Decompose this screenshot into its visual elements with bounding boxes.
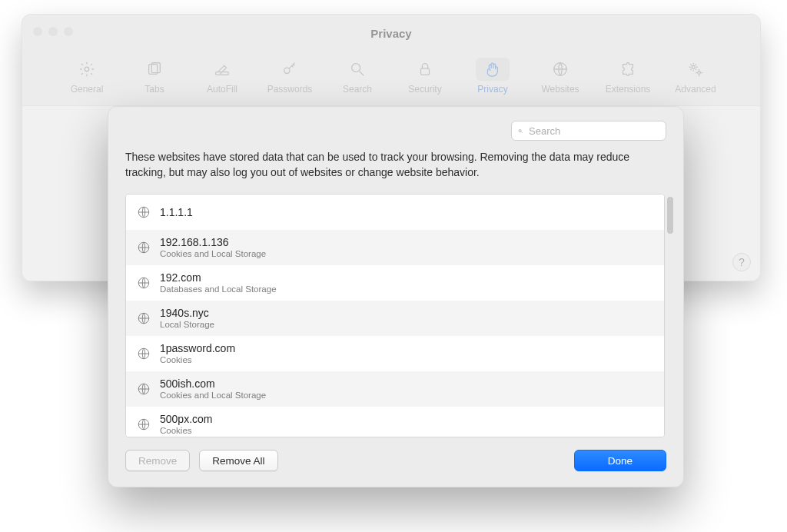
globe-icon — [137, 347, 151, 361]
svg-rect-7 — [421, 68, 430, 75]
globe-icon — [137, 276, 151, 290]
remove-button[interactable]: Remove — [125, 450, 190, 471]
globe-icon — [137, 205, 151, 219]
list-item[interactable]: 500px.comCookies — [126, 407, 664, 437]
site-detail: Cookies and Local Storage — [160, 391, 266, 401]
site-domain: 1password.com — [160, 342, 235, 355]
svg-line-6 — [360, 71, 364, 76]
globe-icon — [137, 241, 151, 254]
globe-icon — [137, 311, 151, 325]
tab-extensions[interactable]: Extensions — [605, 58, 651, 95]
geargear-icon — [679, 58, 712, 81]
site-domain: 500ish.com — [160, 377, 266, 391]
svg-point-5 — [352, 64, 360, 72]
tabs-icon — [138, 58, 171, 81]
tab-label: Passwords — [267, 84, 313, 95]
site-detail: Local Storage — [160, 320, 214, 331]
tab-security[interactable]: Security — [402, 58, 448, 95]
tab-label: Extensions — [606, 84, 651, 95]
list-item[interactable]: 1password.comCookies — [126, 336, 664, 371]
sheet-description: These websites have stored data that can… — [125, 150, 666, 180]
list-item[interactable]: 500ish.comCookies and Local Storage — [126, 371, 664, 407]
list-item[interactable]: 1940s.nycLocal Storage — [126, 301, 664, 336]
tab-label: Security — [408, 84, 441, 95]
magnify-icon — [340, 58, 374, 81]
tab-privacy[interactable]: Privacy — [470, 58, 516, 95]
list-item[interactable]: 192.comDatabases and Local Storage — [126, 265, 664, 301]
site-domain: 192.com — [160, 271, 277, 284]
tab-autofill[interactable]: AutoFill — [199, 58, 245, 95]
site-detail: Cookies and Local Storage — [160, 249, 266, 260]
lock-icon — [408, 58, 442, 81]
site-detail: Databases and Local Storage — [160, 284, 277, 295]
window-title: Privacy — [22, 27, 760, 40]
globe-icon — [137, 382, 151, 396]
gear-icon — [70, 58, 104, 81]
remove-all-button[interactable]: Remove All — [199, 450, 277, 471]
tab-websites[interactable]: Websites — [537, 58, 583, 95]
tab-label: AutoFill — [207, 84, 237, 95]
tab-label: Search — [343, 84, 372, 95]
pen-icon — [205, 58, 239, 81]
globe-icon — [137, 417, 151, 431]
globe-icon — [543, 58, 577, 81]
site-domain: 500px.com — [160, 413, 212, 426]
tab-advanced[interactable]: Advanced — [672, 58, 719, 95]
site-domain: 192.168.1.136 — [160, 236, 266, 249]
key-icon — [273, 58, 307, 81]
list-item[interactable]: 1.1.1.1 — [126, 195, 664, 230]
puzzle-icon — [611, 58, 645, 81]
tab-label: Privacy — [477, 84, 507, 95]
help-button[interactable]: ? — [732, 253, 751, 271]
search-icon — [518, 126, 523, 136]
preferences-toolbar: GeneralTabsAutoFillPasswordsSearchSecuri… — [22, 56, 760, 104]
tab-passwords[interactable]: Passwords — [267, 58, 313, 95]
svg-point-9 — [692, 65, 695, 68]
tab-label: Websites — [541, 84, 579, 95]
website-data-sheet: These websites have stored data that can… — [108, 106, 684, 487]
tab-label: Tabs — [144, 84, 164, 95]
list-item[interactable]: 192.168.1.136Cookies and Local Storage — [126, 230, 664, 265]
done-button[interactable]: Done — [574, 450, 666, 471]
site-detail: Cookies — [160, 426, 212, 437]
site-domain: 1940s.nyc — [160, 307, 214, 320]
scrollbar-thumb[interactable] — [667, 197, 673, 234]
tab-label: General — [71, 84, 104, 95]
site-domain: 1.1.1.1 — [160, 206, 193, 219]
svg-point-10 — [698, 71, 701, 75]
site-detail: Cookies — [160, 355, 235, 366]
search-field[interactable] — [511, 121, 666, 141]
svg-point-0 — [85, 67, 89, 71]
svg-point-11 — [519, 129, 521, 131]
svg-point-4 — [284, 68, 290, 73]
tab-general[interactable]: General — [64, 58, 110, 95]
tab-tabs[interactable]: Tabs — [131, 58, 178, 95]
tab-label: Advanced — [675, 84, 716, 95]
titlebar: Privacy — [22, 15, 760, 56]
scrollbar[interactable] — [665, 194, 676, 437]
search-input[interactable] — [527, 125, 659, 138]
website-data-list[interactable]: 1.1.1.1192.168.1.136Cookies and Local St… — [125, 194, 665, 437]
tab-search[interactable]: Search — [334, 58, 380, 95]
hand-icon — [476, 58, 510, 81]
svg-line-12 — [521, 131, 523, 133]
